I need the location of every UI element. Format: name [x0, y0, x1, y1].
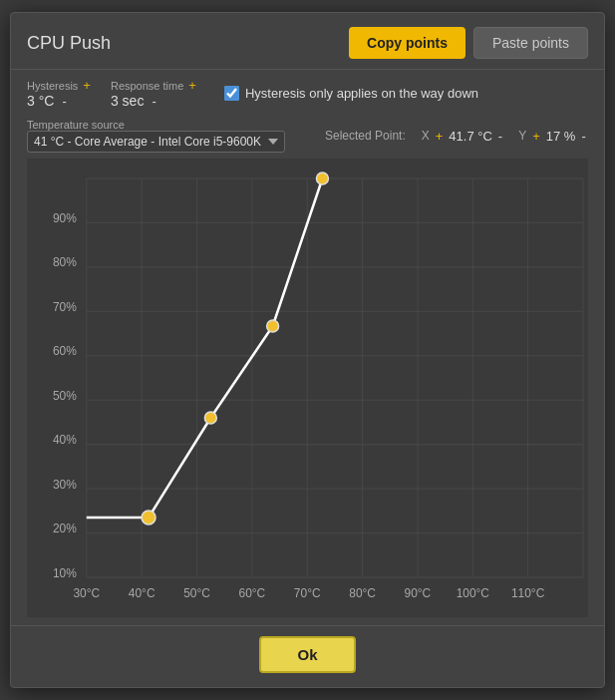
svg-rect-0 — [27, 159, 588, 617]
svg-text:80%: 80% — [53, 255, 77, 269]
chart-point-3 — [267, 320, 279, 332]
svg-text:10%: 10% — [53, 566, 77, 580]
svg-text:30°C: 30°C — [73, 586, 100, 600]
dialog-header: CPU Push Copy points Paste points — [11, 13, 604, 70]
ok-button[interactable]: Ok — [259, 636, 355, 673]
main-dialog: CPU Push Copy points Paste points Hyster… — [10, 12, 605, 688]
hysteresis-checkbox-group: Hysteresis only applies on the way down — [224, 86, 478, 101]
svg-text:30%: 30% — [53, 478, 77, 492]
chart-area[interactable]: 90% 80% 70% 60% 50% 40% 30% 20% 10% 30°C… — [27, 159, 588, 617]
temp-source-select[interactable]: 41 °C - Core Average - Intel Core i5-960… — [27, 131, 285, 153]
svg-text:70%: 70% — [53, 300, 77, 314]
chart-point-4 — [316, 173, 328, 184]
hysteresis-group: Hysteresis + 3 °C - — [27, 78, 91, 109]
svg-text:40°C: 40°C — [129, 586, 155, 600]
chart-point-1 — [142, 511, 155, 525]
svg-text:80°C: 80°C — [349, 586, 376, 600]
svg-text:100°C: 100°C — [457, 586, 490, 600]
svg-text:40%: 40% — [53, 433, 77, 447]
response-time-value: 3 sec — [111, 93, 144, 109]
response-time-group: Response time + 3 sec - — [111, 78, 196, 109]
x-plus-button[interactable]: + — [436, 129, 444, 144]
header-buttons: Copy points Paste points — [349, 27, 588, 59]
svg-text:70°C: 70°C — [294, 586, 321, 600]
hysteresis-plus-button[interactable]: + — [83, 78, 91, 93]
y-plus-button[interactable]: + — [532, 129, 540, 144]
temp-source-container: Temperature source 41 °C - Core Average … — [27, 119, 285, 153]
x-minus-button[interactable]: - — [498, 129, 502, 144]
dialog-footer: Ok — [11, 625, 604, 687]
svg-text:50%: 50% — [53, 389, 77, 403]
selected-point-container: Selected Point: X + 41.7 °C - Y + 17 % - — [325, 129, 586, 144]
hysteresis-value: 3 °C — [27, 93, 54, 109]
y-minus-button[interactable]: - — [581, 129, 585, 144]
y-value: 17 % — [546, 129, 576, 144]
svg-text:60°C: 60°C — [239, 586, 266, 600]
hysteresis-minus-button[interactable]: - — [62, 94, 66, 109]
selected-point-label: Selected Point: — [325, 129, 406, 143]
response-time-minus-button[interactable]: - — [152, 94, 155, 109]
x-axis-label: X — [422, 129, 430, 143]
hysteresis-checkbox[interactable] — [224, 86, 239, 101]
response-time-plus-button[interactable]: + — [188, 78, 196, 93]
copy-points-button[interactable]: Copy points — [349, 27, 465, 59]
svg-text:60%: 60% — [53, 344, 77, 358]
svg-text:90°C: 90°C — [405, 586, 432, 600]
temp-source-label: Temperature source — [27, 119, 285, 131]
chart-svg: 90% 80% 70% 60% 50% 40% 30% 20% 10% 30°C… — [27, 159, 588, 617]
hysteresis-label: Hysteresis + — [27, 78, 91, 93]
temp-source-row: Temperature source 41 °C - Core Average … — [11, 113, 604, 155]
chart-point-2 — [204, 412, 216, 424]
paste-points-button[interactable]: Paste points — [473, 27, 588, 59]
svg-text:20%: 20% — [53, 522, 77, 535]
svg-text:90%: 90% — [53, 211, 77, 225]
svg-text:50°C: 50°C — [183, 586, 210, 600]
x-value: 41.7 °C — [449, 129, 492, 144]
response-time-label: Response time + — [111, 78, 196, 93]
svg-text:110°C: 110°C — [511, 586, 545, 600]
dialog-title: CPU Push — [27, 33, 111, 54]
y-axis-label: Y — [518, 129, 526, 143]
hysteresis-checkbox-label: Hysteresis only applies on the way down — [245, 86, 478, 101]
controls-row: Hysteresis + 3 °C - Response time + 3 se… — [11, 70, 604, 113]
